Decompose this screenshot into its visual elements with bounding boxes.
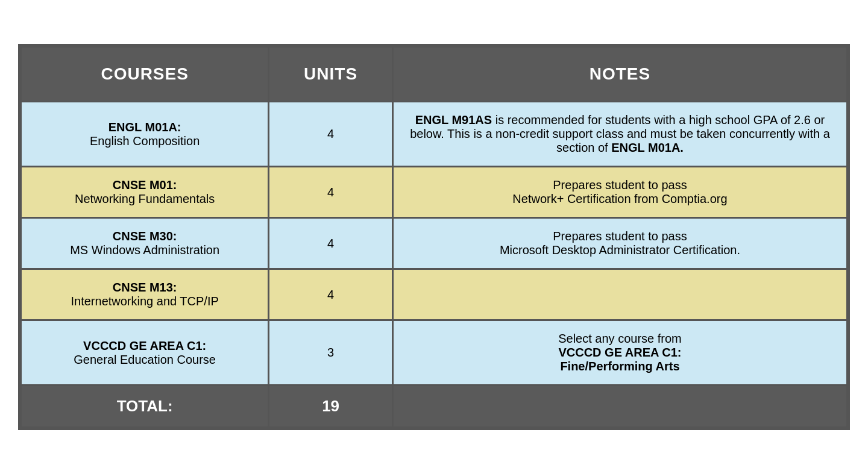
course-cell-cnse-m13: CNSE M13:Internetworking and TCP/IP (21, 269, 269, 320)
table-row: VCCCD GE AREA C1:General Education Cours… (21, 320, 848, 385)
header-units: UNITS (269, 47, 393, 102)
course-table: COURSES UNITS NOTES ENGL M01A:English Co… (20, 46, 848, 428)
course-name: VCCCD GE AREA C1: (34, 339, 256, 353)
units-cell-cnse-m13: 4 (269, 269, 393, 320)
course-subtitle: General Education Course (34, 353, 256, 367)
total-units: 19 (269, 385, 393, 428)
course-name: CNSE M01: (34, 178, 256, 192)
course-subtitle: English Composition (34, 134, 256, 148)
table-row: CNSE M01:Networking Fundamentals4Prepare… (21, 167, 848, 218)
total-label: TOTAL: (21, 385, 269, 428)
total-row: TOTAL:19 (21, 385, 848, 428)
table-row: CNSE M30:MS Windows Administration4Prepa… (21, 218, 848, 269)
course-cell-cnse-m01: CNSE M01:Networking Fundamentals (21, 167, 269, 218)
course-cell-engl-m01a: ENGL M01A:English Composition (21, 102, 269, 167)
units-cell-cnse-m30: 4 (269, 218, 393, 269)
units-cell-vcccd-ge: 3 (269, 320, 393, 385)
course-subtitle: MS Windows Administration (34, 243, 256, 257)
notes-cell-cnse-m13 (392, 269, 847, 320)
total-notes (392, 385, 847, 428)
header-notes: NOTES (392, 47, 847, 102)
header-courses: COURSES (21, 47, 269, 102)
course-subtitle: Internetworking and TCP/IP (34, 295, 256, 308)
units-cell-cnse-m01: 4 (269, 167, 393, 218)
notes-cell-vcccd-ge: Select any course fromVCCCD GE AREA C1:F… (392, 320, 847, 385)
units-cell-engl-m01a: 4 (269, 102, 393, 167)
course-cell-vcccd-ge: VCCCD GE AREA C1:General Education Cours… (21, 320, 269, 385)
table-row: CNSE M13:Internetworking and TCP/IP4 (21, 269, 848, 320)
notes-cell-cnse-m30: Prepares student to passMicrosoft Deskto… (392, 218, 847, 269)
course-subtitle: Networking Fundamentals (34, 192, 256, 206)
course-table-wrapper: COURSES UNITS NOTES ENGL M01A:English Co… (18, 44, 850, 430)
table-row: ENGL M01A:English Composition4ENGL M91AS… (21, 102, 848, 167)
header-row: COURSES UNITS NOTES (21, 47, 848, 102)
course-name: ENGL M01A: (34, 120, 256, 134)
course-name: CNSE M13: (34, 281, 256, 295)
notes-cell-cnse-m01: Prepares student to passNetwork+ Certifi… (392, 167, 847, 218)
notes-cell-engl-m01a: ENGL M91AS is recommended for students w… (392, 102, 847, 167)
course-cell-cnse-m30: CNSE M30:MS Windows Administration (21, 218, 269, 269)
course-name: CNSE M30: (34, 229, 256, 243)
